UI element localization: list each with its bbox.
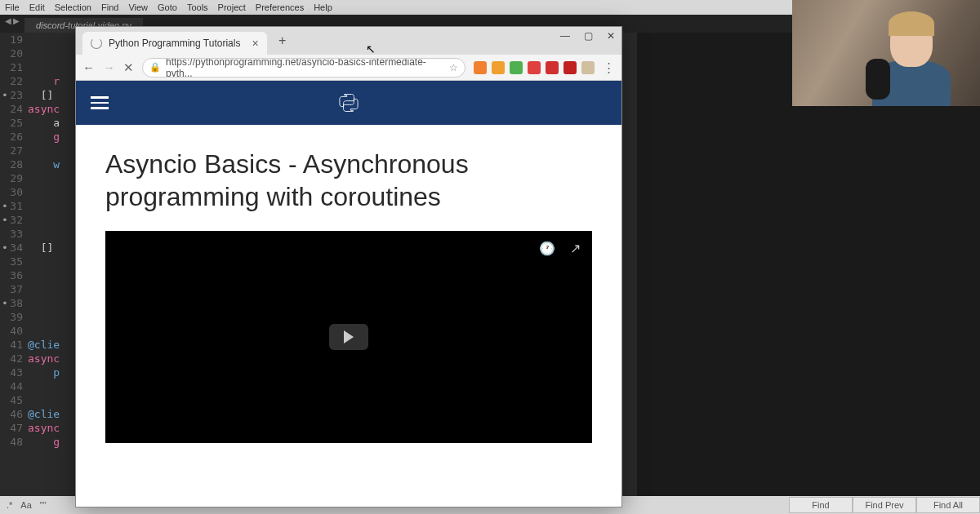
article-body: Asyncio Basics - Asynchronous programmin…: [76, 125, 621, 466]
video-player[interactable]: 🕐 ↗: [105, 231, 592, 443]
browser-tab[interactable]: Python Programming Tutorials ×: [82, 32, 267, 55]
menu-tools[interactable]: Tools: [187, 2, 208, 12]
browser-tab-title: Python Programming Tutorials: [109, 38, 240, 49]
star-icon[interactable]: ☆: [449, 62, 458, 73]
site-header: [76, 81, 621, 125]
editor-history-arrows[interactable]: ◀▶: [5, 16, 20, 25]
browser-tabbar: Python Programming Tutorials × + — ▢ ✕: [76, 27, 621, 55]
menu-preferences[interactable]: Preferences: [256, 2, 304, 12]
extension-icon-0[interactable]: [474, 61, 487, 74]
page-title: Asyncio Basics - Asynchronous programmin…: [105, 148, 592, 213]
close-window-icon[interactable]: ✕: [605, 30, 617, 42]
browser-content: Asyncio Basics - Asynchronous programmin…: [76, 81, 621, 507]
browser-toolbar: ← → ✕ 🔒 https://pythonprogramming.net/as…: [76, 55, 621, 81]
line-gutter: 1920212223242526272829303132333435363738…: [0, 33, 28, 496]
menu-goto[interactable]: Goto: [158, 2, 177, 12]
share-icon[interactable]: ↗: [570, 241, 581, 256]
minimize-icon[interactable]: —: [559, 30, 571, 42]
extension-icon-4[interactable]: [546, 61, 559, 74]
webcam-overlay: [792, 0, 980, 106]
menu-edit[interactable]: Edit: [29, 2, 45, 12]
hamburger-icon[interactable]: [91, 96, 109, 109]
extension-icon-6[interactable]: [581, 61, 595, 74]
play-button[interactable]: [329, 324, 368, 350]
extensions-row: [474, 61, 595, 74]
loading-spinner-icon: [91, 38, 102, 49]
find-button[interactable]: Find: [789, 497, 853, 513]
menu-find[interactable]: Find: [101, 2, 118, 12]
find-regex-toggle[interactable]: .*: [7, 500, 12, 510]
python-logo-icon: [337, 91, 360, 114]
presenter: [859, 0, 965, 106]
back-icon[interactable]: ←: [82, 60, 95, 74]
menu-file[interactable]: File: [5, 2, 20, 12]
lock-icon: 🔒: [149, 62, 161, 73]
menu-project[interactable]: Project: [218, 2, 246, 12]
stop-icon[interactable]: ✕: [123, 60, 134, 75]
play-icon: [344, 330, 354, 343]
maximize-icon[interactable]: ▢: [582, 30, 594, 42]
watch-later-icon[interactable]: 🕐: [539, 241, 555, 256]
close-tab-icon[interactable]: ×: [252, 37, 258, 50]
menu-dots-icon[interactable]: ⋮: [603, 60, 615, 75]
extension-icon-5[interactable]: [564, 61, 577, 74]
microphone-icon: [866, 59, 890, 100]
address-bar[interactable]: 🔒 https://pythonprogramming.net/asyncio-…: [142, 58, 466, 78]
browser-window: Python Programming Tutorials × + — ▢ ✕ ←…: [75, 26, 622, 507]
new-tab-button[interactable]: +: [272, 30, 293, 51]
extension-icon-2[interactable]: [510, 61, 523, 74]
find-prev-button[interactable]: Find Prev: [853, 497, 916, 513]
menu-view[interactable]: View: [128, 2, 148, 12]
forward-icon[interactable]: →: [103, 60, 115, 74]
find-word-toggle[interactable]: "": [40, 500, 47, 510]
extension-icon-3[interactable]: [528, 61, 541, 74]
url-text: https://pythonprogramming.net/asyncio-ba…: [166, 58, 444, 78]
menu-selection[interactable]: Selection: [55, 2, 91, 12]
find-case-toggle[interactable]: Aa: [20, 500, 31, 510]
extension-icon-1[interactable]: [492, 61, 505, 74]
find-all-button[interactable]: Find All: [916, 497, 980, 513]
menu-help[interactable]: Help: [314, 2, 332, 12]
